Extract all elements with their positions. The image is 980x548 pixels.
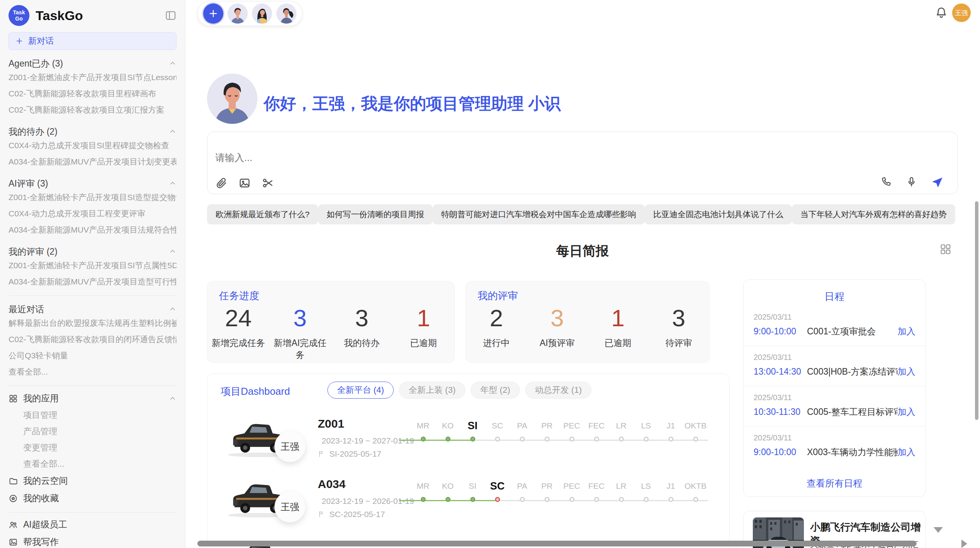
composer-attachments <box>215 177 274 189</box>
stat-value: 1 <box>588 304 648 332</box>
suggestion-chip[interactable]: 如何写一份清晰的项目周报 <box>318 204 433 224</box>
suggestion-chip[interactable]: 当下年轻人对汽车外观有怎样的喜好趋势 <box>792 204 955 224</box>
sidebar-task-item[interactable]: A034-全新新能源MUV产品开发项目造型可行性评审 <box>9 274 176 290</box>
join-meeting-link[interactable]: 加入 <box>898 406 915 418</box>
sidebar-task-item[interactable]: A034-全新新能源MUV产品开发项目法规符合性评审 <box>9 222 176 238</box>
agent-avatar-2[interactable] <box>252 3 272 24</box>
milestone: PEC <box>559 418 584 454</box>
section-ai-review: AI评审 (3) <box>9 178 176 189</box>
sidebar-item-favorites[interactable]: 我的收藏 <box>9 490 176 507</box>
app-title: TaskGo <box>36 8 164 23</box>
scroll-down-arrow[interactable] <box>934 527 943 533</box>
sidebar-item-help-me-write[interactable]: 帮我写作 <box>9 533 176 548</box>
stat-value: 3 <box>527 304 588 332</box>
suggestion-chip[interactable]: 欧洲新规最近颁布了什么? <box>207 204 318 224</box>
horizontal-scrollbar[interactable] <box>197 541 917 546</box>
suggestion-chip[interactable]: 特朗普可能对进口汽车增税会对中国车企造成哪些影响 <box>433 204 645 224</box>
voice-call-button[interactable] <box>880 176 893 188</box>
app-subitem[interactable]: 变更管理 <box>9 440 176 456</box>
recent-chat-item[interactable]: 解释最新出台的欧盟报废车法规再生塑料比例被调至15%... <box>9 315 176 331</box>
sidebar-task-item[interactable]: C02-飞腾新能源轻客改款项目里程碑画布 <box>9 86 176 102</box>
sidebar-task-item[interactable]: Z001-全新燃油皮卡产品开发项目SI节点Lesson Learn报告 <box>9 69 176 86</box>
chevron-up-icon[interactable] <box>169 395 176 402</box>
stat-overdue: 1 已逾期 <box>393 304 455 361</box>
help-me-write-label: 帮我写作 <box>23 536 59 548</box>
sidebar-task-item[interactable]: Z001-全新燃油轻卡产品开发项目SI造型提交物评审 <box>9 189 176 206</box>
sidebar-item-ai-super-staff[interactable]: AI超级员工 <box>9 516 176 533</box>
recent-chat-item[interactable]: 公司Q3轻卡销量 <box>9 348 176 364</box>
milestone-label: SI <box>460 478 485 494</box>
app-subitem[interactable]: 查看全部... <box>9 456 176 472</box>
suggestion-chip[interactable]: 比亚迪全固态电池计划具体说了什么 <box>645 204 792 224</box>
join-meeting-link[interactable]: 加入 <box>898 446 915 458</box>
milestone-dot <box>668 437 673 442</box>
scroll-right-arrow[interactable] <box>961 539 967 548</box>
composer-actions <box>880 176 944 188</box>
sidebar-task-item[interactable]: A034-全新新能源MUV产品开发项目计划变更表编写 <box>9 154 176 170</box>
milestone-dot <box>495 497 500 502</box>
sidebar: Task Go TaskGo 新对话 Agent已办 (3) Z001-全新燃油… <box>0 0 185 548</box>
stat-label: 我的待办 <box>331 337 393 349</box>
dashboard-tab[interactable]: 全新平台 (4) <box>327 382 394 399</box>
recent-chat-item[interactable]: 查看全部... <box>9 364 176 380</box>
my-review-title: 我的评审 <box>466 281 709 303</box>
sidebar-collapse-button[interactable] <box>164 9 177 22</box>
dashboard-tab[interactable]: 年型 (2) <box>471 382 520 399</box>
schedule-time: 10:30-11:30 <box>754 407 807 417</box>
avatar-woman-icon <box>252 3 272 24</box>
insert-image-button[interactable] <box>238 177 251 189</box>
milestone-dot <box>693 437 698 442</box>
screenshot-button[interactable] <box>262 177 274 189</box>
project-row-a034[interactable]: 王强 A034 2023-12-19 ~ 2026-01-19 S <box>207 473 729 533</box>
scissors-icon <box>262 177 274 189</box>
view-all-schedule-link[interactable]: 查看所有日程 <box>744 477 925 490</box>
app-subitem[interactable]: 产品管理 <box>9 423 176 440</box>
app-subitem[interactable]: 项目管理 <box>9 407 176 423</box>
sidebar-task-item[interactable]: C0X4-动力总成开发项目工程变更评审 <box>9 206 176 222</box>
chevron-up-icon[interactable] <box>169 128 176 135</box>
section-title: Agent已办 (3) <box>9 58 63 70</box>
user-avatar[interactable]: 王强 <box>952 3 971 22</box>
vertical-scrollbar[interactable] <box>975 201 978 420</box>
milestone-dot <box>569 497 574 502</box>
schedule-date: 2025/03/11 <box>754 313 915 322</box>
schedule-date: 2025/03/11 <box>754 353 915 362</box>
chevron-up-icon[interactable] <box>169 305 176 313</box>
milestone: KO <box>435 418 460 454</box>
add-agent-button[interactable] <box>203 3 223 24</box>
stat-label: 新增完成任务 <box>207 337 269 349</box>
join-meeting-link[interactable]: 加入 <box>898 325 915 337</box>
notifications-button[interactable] <box>935 6 949 20</box>
milestone-dot <box>668 497 673 502</box>
send-button[interactable] <box>931 176 944 188</box>
layout-grid-button[interactable] <box>939 243 952 255</box>
dashboard-tab[interactable]: 动总开发 (1) <box>525 382 591 399</box>
schedule-entry: 2025/03/11 9:00-10:00 C001-立项审批会 加入 <box>744 313 925 338</box>
attach-file-button[interactable] <box>215 177 228 189</box>
agent-avatar-3[interactable] <box>276 3 296 24</box>
join-meeting-link[interactable]: 加入 <box>898 366 915 378</box>
sidebar-item-my-apps[interactable]: 我的应用 <box>9 390 176 407</box>
sidebar-task-item[interactable]: C02-飞腾新能源轻客改款项目立项汇报方案 <box>9 102 176 118</box>
task-progress-title: 任务进度 <box>207 281 454 303</box>
chevron-up-icon[interactable] <box>169 180 176 187</box>
favorites-label: 我的收藏 <box>23 492 59 504</box>
recent-chat-item[interactable]: C02-飞腾新能源轻客改款项目的闭环通告反馈情况 <box>9 331 176 348</box>
sidebar-task-item[interactable]: C0X4-动力总成开发项目SI里程碑提交物检查 <box>9 137 176 154</box>
dashboard-tab[interactable]: 全新上装 (3) <box>399 382 465 399</box>
milestone-dot <box>644 497 649 502</box>
chat-input[interactable] <box>215 152 757 163</box>
chevron-up-icon[interactable] <box>169 248 176 255</box>
milestone-label: PEC <box>559 418 584 433</box>
agent-avatar-1[interactable] <box>228 3 248 24</box>
sidebar-task-item[interactable]: Z001-全新燃油轻卡产品开发项目SI节点属性5D文件评审 <box>9 257 176 274</box>
milestone: OKTB <box>683 478 708 514</box>
microphone-button[interactable] <box>906 176 918 188</box>
sidebar-item-cloud-space[interactable]: 我的云空间 <box>9 472 176 490</box>
project-row-z001[interactable]: 王强 Z001 2023-12-19 ~ 2027-01-19 S <box>207 413 729 473</box>
new-chat-button[interactable]: 新对话 <box>9 32 176 50</box>
chevron-up-icon[interactable] <box>169 60 176 67</box>
section-title: AI评审 (3) <box>9 178 48 190</box>
milestone-dot <box>569 437 574 442</box>
project-info: Z001 2023-12-19 ~ 2027-01-19 SI-2025-05-… <box>318 417 411 459</box>
